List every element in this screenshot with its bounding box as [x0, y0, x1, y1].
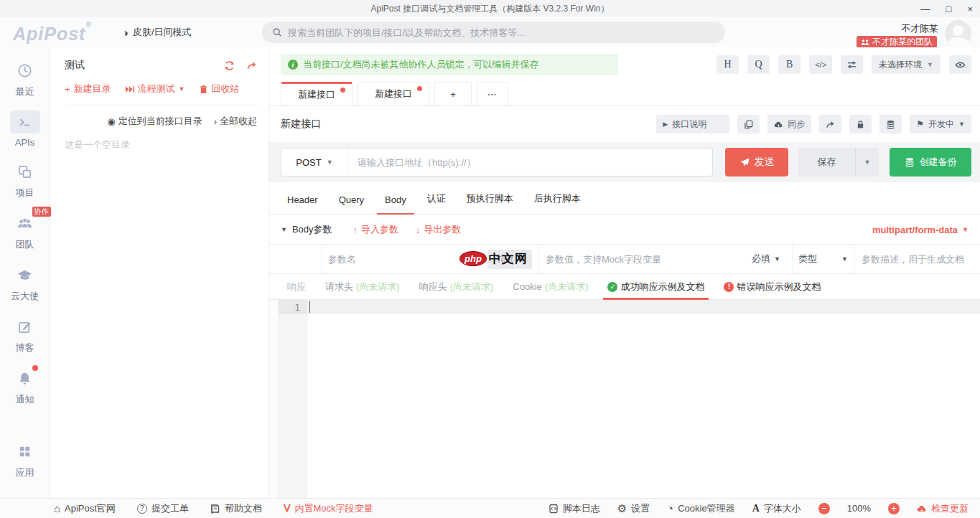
import-params-link[interactable]: ↑ 导入参数: [353, 223, 399, 236]
global-search[interactable]: [262, 22, 725, 43]
tab-post-script[interactable]: 后执行脚本: [534, 192, 581, 215]
content-type-select[interactable]: multipart/form-data ▼: [872, 225, 969, 235]
cloud-sync-button[interactable]: 同步: [767, 115, 811, 133]
info-icon: i: [288, 60, 298, 70]
tab-pre-script[interactable]: 预执行脚本: [467, 192, 513, 215]
url-input[interactable]: [348, 148, 713, 176]
collapse-all-link[interactable]: › 全部收起: [214, 115, 257, 128]
settings-button[interactable]: ⚙ 设置: [617, 502, 650, 515]
sidebar-item-label: 通知: [16, 393, 34, 406]
new-directory-button[interactable]: + 新建目录: [65, 83, 111, 95]
help-docs-link[interactable]: 帮助文档: [210, 502, 262, 515]
more-tabs-button[interactable]: ⋯: [477, 82, 508, 105]
create-backup-button[interactable]: 创建备份: [890, 148, 971, 176]
tab-response-headers[interactable]: 响应头(尚未请求): [419, 274, 494, 299]
new-tab-button[interactable]: +: [434, 82, 472, 105]
notification-dot: [32, 365, 38, 371]
arrow-up-icon: ↑: [353, 225, 358, 235]
query-quick-button[interactable]: Q: [747, 55, 770, 74]
tab-response[interactable]: 响应: [287, 274, 306, 299]
param-desc-input[interactable]: [862, 254, 976, 265]
content-area: 最近 APIs 项目 协作 团队 云大使: [0, 47, 980, 498]
code-icon[interactable]: </>: [809, 55, 832, 74]
doc-tab[interactable]: 新建接口: [281, 82, 353, 105]
tab-query[interactable]: Query: [339, 194, 364, 215]
zoom-in-button[interactable]: +: [888, 503, 900, 514]
param-required-select[interactable]: 必填 ▼: [752, 245, 792, 273]
team-badge-label: 不才陈某的团队: [872, 36, 933, 48]
copy-icon[interactable]: [737, 115, 760, 133]
tab-auth[interactable]: 认证: [427, 192, 446, 215]
minimize-icon[interactable]: —: [921, 4, 930, 14]
sidebar-item-notifications[interactable]: 通知: [10, 367, 40, 406]
tab-request-headers[interactable]: 请求头(尚未请求): [325, 274, 400, 299]
caret-down-icon: ▼: [864, 159, 871, 166]
sidebar-item-projects[interactable]: 项目: [10, 160, 40, 199]
flow-test-button[interactable]: 流程测试 ▼: [125, 83, 185, 95]
share-arrow-icon[interactable]: [246, 60, 257, 71]
search-icon: [272, 27, 282, 37]
flag-icon: ⚑: [916, 119, 924, 129]
code-editor[interactable]: 1: [269, 300, 980, 498]
arrow-down-icon: ↓: [416, 225, 421, 235]
sidebar-item-label: 团队: [16, 238, 34, 251]
locate-current-dir-link[interactable]: ◉ 定位到当前接口目录: [107, 115, 202, 128]
param-type-select[interactable]: Text ▼: [487, 250, 532, 269]
sidebar-item-blog[interactable]: 博客: [10, 315, 40, 354]
tab-header[interactable]: Header: [287, 194, 318, 215]
home-icon: ⌂: [54, 502, 60, 514]
team-badge[interactable]: 不才陈某的团队: [857, 36, 937, 48]
send-button[interactable]: 发送: [725, 148, 788, 176]
cookie-manager-button[interactable]: ◔ Cookie管理器: [667, 502, 735, 515]
body-params-collapse[interactable]: ▼ Body参数: [281, 223, 332, 236]
close-icon[interactable]: ×: [967, 4, 973, 14]
official-site-link[interactable]: ⌂ ApiPost官网: [54, 502, 116, 515]
sidebar-item-recent[interactable]: 最近: [10, 59, 40, 98]
tab-body[interactable]: Body: [385, 194, 406, 215]
save-button[interactable]: 保存 ▼: [798, 148, 879, 176]
check-update-link[interactable]: 检查更新: [917, 502, 969, 515]
body-quick-button[interactable]: B: [778, 55, 801, 74]
script-log-button[interactable]: 脚本日志: [549, 502, 600, 515]
eye-icon[interactable]: [949, 55, 971, 74]
sidebar-item-team[interactable]: 协作 团队: [10, 212, 40, 251]
avatar[interactable]: [945, 20, 971, 47]
environment-select[interactable]: 未选择环境 ▼: [872, 55, 941, 74]
param-name-input[interactable]: [328, 254, 465, 265]
doc-tab[interactable]: 新建接口: [358, 82, 429, 105]
tab-cookie[interactable]: Cookie(尚未请求): [513, 274, 588, 299]
zoom-out-button[interactable]: −: [818, 503, 830, 514]
refresh-icon[interactable]: [224, 60, 235, 71]
sidebar-item-apps[interactable]: 应用: [10, 440, 40, 479]
save-caret[interactable]: ▼: [855, 148, 879, 176]
recycle-bin-button[interactable]: 回收站: [199, 83, 240, 95]
username[interactable]: 不才陈某: [901, 22, 938, 35]
flow-test-icon: [125, 85, 134, 94]
builtin-mock-link[interactable]: Ⅴ 内置Mock字段变量: [284, 502, 373, 515]
tab-success-example[interactable]: ✓ 成功响应示例及文档: [607, 274, 704, 299]
share-icon[interactable]: [819, 115, 841, 133]
export-params-link[interactable]: ↓ 导出参数: [416, 223, 462, 236]
tab-error-example[interactable]: ! 错误响应示例及文档: [724, 274, 821, 299]
sliders-icon[interactable]: [841, 55, 863, 74]
param-value-input[interactable]: [546, 254, 742, 265]
lock-icon[interactable]: [849, 115, 872, 133]
font-size-button[interactable]: A 字体大小: [752, 502, 801, 515]
skin-toggle-label: 皮肤/日间模式: [133, 26, 192, 39]
editor-content[interactable]: [307, 300, 980, 498]
submit-ticket-link[interactable]: ? 提交工单: [137, 502, 189, 515]
api-description-button[interactable]: ▶ 接口说明: [656, 115, 729, 133]
method-select[interactable]: POST ▼: [281, 148, 348, 176]
header-quick-button[interactable]: H: [717, 55, 739, 74]
sidebar-item-ambassador[interactable]: 云大使: [10, 263, 40, 303]
skin-mode-toggle[interactable]: ◑ 皮肤/日间模式: [122, 26, 192, 39]
search-input[interactable]: [288, 27, 715, 38]
caret-down-icon: ▼: [841, 255, 848, 263]
editor-scrollbar[interactable]: [269, 300, 279, 498]
caret-down-icon: ▼: [958, 121, 965, 128]
maximize-icon[interactable]: □: [946, 4, 952, 14]
param-kind-select[interactable]: 类型 ▼: [792, 245, 854, 273]
database-icon[interactable]: [879, 115, 902, 133]
dev-status-select[interactable]: ⚑ 开发中 ▼: [910, 115, 971, 133]
sidebar-item-apis[interactable]: APIs: [10, 110, 40, 148]
